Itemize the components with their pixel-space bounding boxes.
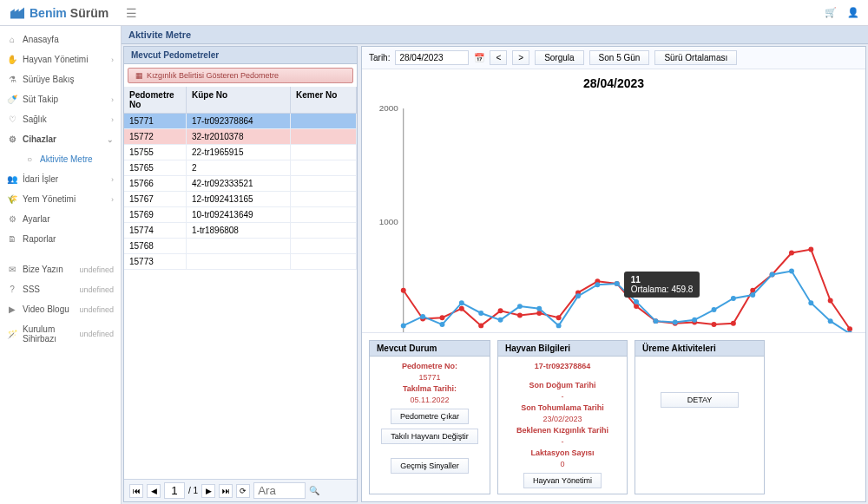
svg-point-29 — [401, 288, 406, 293]
pager-prev[interactable]: ◀ — [147, 484, 161, 498]
prev-date-button[interactable]: < — [490, 50, 507, 65]
svg-point-70 — [731, 296, 736, 301]
sidebar-item[interactable]: ⚗Sürüye Bakış — [0, 69, 121, 89]
pager-last[interactable]: ⏭ — [219, 484, 233, 498]
cart-icon[interactable]: 🛒 — [825, 7, 837, 18]
table-row[interactable]: 1576642-tr092333521 — [124, 176, 357, 192]
svg-point-31 — [439, 315, 444, 320]
table-row[interactable]: 1575522-tr1965915 — [124, 145, 357, 160]
chevron-icon: › — [111, 115, 114, 124]
svg-point-74 — [808, 300, 813, 305]
sidebar-item[interactable]: ⚙Cihazlar⌄ — [0, 129, 121, 149]
svg-point-51 — [828, 298, 833, 304]
next-date-button[interactable]: > — [512, 50, 529, 65]
pager-refresh[interactable]: ⟳ — [236, 484, 250, 498]
activity-chart: 0100020000123456789101112131415161718192… — [372, 94, 855, 332]
chevron-icon: undefined — [79, 285, 114, 294]
svg-point-36 — [536, 311, 542, 316]
menu-icon: ? — [7, 285, 17, 294]
pager: ⏮ ◀ / 1 ▶ ⏭ ⟳ 🔍 — [124, 479, 357, 501]
menu-label: Raporlar — [23, 234, 108, 244]
svg-point-35 — [517, 313, 523, 318]
animal-info-title: Hayvan Bilgileri — [498, 341, 627, 357]
past-signals-button[interactable]: Geçmiş Sinyaller — [391, 458, 469, 474]
menu-icon: 🍼 — [7, 95, 17, 104]
menu-icon: 🌾 — [7, 194, 17, 204]
svg-point-50 — [808, 247, 813, 252]
search-icon[interactable]: 🔍 — [309, 486, 319, 495]
svg-point-67 — [673, 319, 678, 324]
svg-text:2000: 2000 — [379, 103, 399, 113]
table-row[interactable]: 1576712-tr092413165 — [124, 192, 357, 207]
change-animal-button[interactable]: Takılı Hayvanı Değiştir — [381, 429, 478, 444]
svg-text:0: 0 — [393, 331, 398, 332]
logo-text-2: Sürüm — [70, 6, 108, 20]
date-input[interactable] — [395, 50, 469, 65]
sidebar-item[interactable]: 🌾Yem Yönetimi› — [0, 189, 121, 209]
menu-icon: ✋ — [7, 55, 17, 64]
chevron-icon: › — [111, 175, 114, 184]
table-row[interactable]: 1577232-tr2010378 — [124, 129, 357, 145]
menu-label: Anasayfa — [23, 35, 108, 44]
menu-icon: ▶ — [7, 304, 17, 314]
pager-page-input[interactable] — [164, 482, 185, 499]
pager-search-input[interactable] — [253, 482, 306, 499]
detail-button[interactable]: DETAY — [661, 392, 740, 408]
table-row[interactable]: 1577117-tr092378864 — [124, 114, 357, 129]
sidebar-item[interactable]: 🍼Süt Takip› — [0, 89, 121, 109]
svg-point-62 — [575, 293, 581, 298]
sidebar-item[interactable]: ✉Bize Yazınundefined — [0, 259, 121, 279]
pedometer-list-title: Mevcut Pedometreler — [124, 47, 357, 64]
svg-point-32 — [459, 306, 464, 311]
chevron-icon: undefined — [79, 265, 114, 274]
sidebar-item[interactable]: 🗎Raporlar — [0, 229, 121, 249]
pager-next[interactable]: ▶ — [201, 484, 215, 498]
sidebar-item[interactable]: ♡Sağlık› — [0, 109, 121, 129]
menu-label: Yem Yönetimi — [23, 194, 106, 204]
table-header: Pedometre No Küpe No Kemer No — [124, 87, 357, 114]
svg-point-53 — [401, 323, 406, 328]
menu-icon: 👥 — [7, 174, 17, 184]
sidebar-item[interactable]: ?SSSundefined — [0, 279, 121, 299]
sidebar-item[interactable]: ⚙Ayarlar — [0, 209, 121, 229]
sidebar-item[interactable]: 🪄Kurulum Sihirbazıundefined — [0, 319, 121, 349]
calendar-icon[interactable]: 📅 — [474, 53, 484, 62]
herd-avg-button[interactable]: Sürü Ortalaması — [654, 50, 737, 65]
animal-mgmt-button[interactable]: Hayvan Yönetimi — [523, 473, 602, 488]
svg-point-37 — [556, 315, 562, 320]
user-icon[interactable]: 👤 — [847, 7, 859, 18]
remove-pedometer-button[interactable]: Pedometre Çıkar — [391, 409, 469, 424]
heat-indicator-button[interactable]: ▦Kızgınlık Belirtisi Gösteren Pedometre — [128, 68, 353, 83]
table-row[interactable]: 1576910-tr092413649 — [124, 207, 357, 223]
date-label: Tarih: — [369, 53, 390, 62]
pager-first[interactable]: ⏮ — [129, 484, 143, 498]
table-row[interactable]: 15773 — [124, 254, 357, 270]
menu-icon: ⚙ — [7, 134, 17, 144]
menu-icon: ⚗ — [7, 75, 17, 84]
svg-point-63 — [595, 282, 600, 287]
menu-label: İdari İşler — [23, 174, 106, 184]
logo[interactable]: BenimSürüm — [9, 6, 108, 20]
table-row[interactable]: 157652 — [124, 160, 357, 176]
page-title: Aktivite Metre — [122, 26, 868, 44]
svg-point-57 — [478, 311, 483, 316]
table-row[interactable]: 157741-tr1896808 — [124, 223, 357, 239]
menu-label: Ayarlar — [23, 214, 108, 224]
table-row[interactable]: 15768 — [124, 239, 357, 254]
menu-icon: 🗎 — [7, 234, 17, 244]
svg-point-61 — [556, 323, 562, 328]
svg-point-69 — [712, 307, 717, 312]
svg-point-45 — [712, 322, 717, 327]
menu-icon: ○ — [24, 154, 35, 164]
menu-label: Sağlık — [23, 115, 106, 124]
sidebar-item[interactable]: ○Aktivite Metre — [0, 149, 121, 169]
sidebar-item[interactable]: ⌂Anasayfa — [0, 29, 121, 49]
svg-text:1000: 1000 — [379, 217, 399, 226]
menu-toggle-icon[interactable]: ☰ — [126, 6, 137, 20]
svg-point-46 — [731, 321, 736, 326]
sidebar-item[interactable]: 👥İdari İşler› — [0, 169, 121, 189]
last5days-button[interactable]: Son 5 Gün — [589, 50, 650, 65]
sidebar-item[interactable]: ▶Video Bloguundefined — [0, 299, 121, 319]
sidebar-item[interactable]: ✋Hayvan Yönetimi› — [0, 49, 121, 69]
query-button[interactable]: Sorgula — [535, 50, 583, 65]
